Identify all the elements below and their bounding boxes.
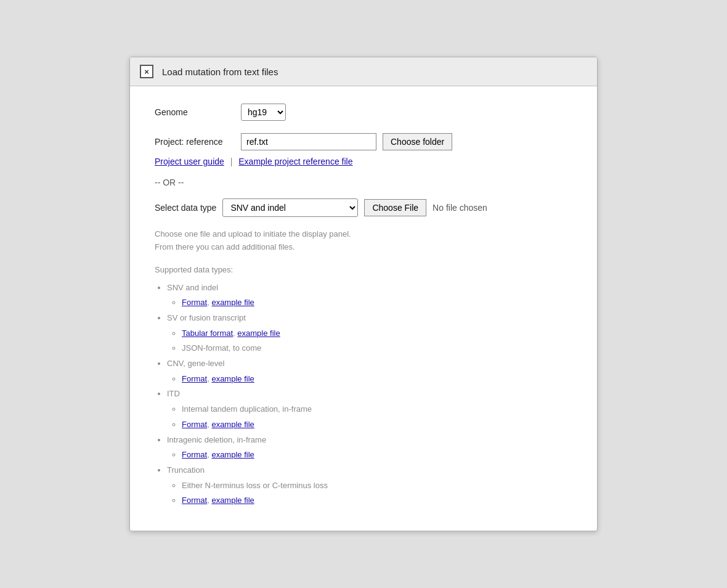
project-row: Project: reference Choose folder [155,133,572,150]
intragenic-example-link[interactable]: example file [211,450,254,459]
dialog-title: Load mutation from text files [162,67,278,77]
sv-json-text: JSON-format, to come [182,343,261,353]
description-line2: From there you can add additional files. [155,242,295,251]
list-item: Tabular format, example file [182,326,572,341]
project-user-guide-link[interactable]: Project user guide [155,157,224,166]
snv-format-link[interactable]: Format [182,298,207,307]
project-label: Project: reference [155,137,235,147]
data-type-select[interactable]: SNV and indel SV or fusion transcript CN… [222,198,358,217]
list-item: Format, example file [182,417,572,433]
list-item: ITD Internal tandem duplication, in-fram… [167,386,572,432]
item-name: SNV and indel [167,283,218,292]
list-item: Format, example file [182,493,572,508]
itd-desc-text: Internal tandem duplication, in-frame [182,404,312,414]
or-separator: -- OR -- [155,178,572,187]
list-item: Format, example file [182,295,572,311]
list-item: Format, example file [182,372,572,387]
item-name: Intragenic deletion, in-frame [167,435,266,444]
truncation-format-link[interactable]: Format [182,496,207,505]
close-button[interactable]: × [140,65,153,78]
list-item: Truncation Either N-terminus loss or C-t… [167,463,572,508]
sv-example-link[interactable]: example file [237,329,280,338]
supported-list: SNV and indel Format, example file SV or… [155,280,572,508]
list-item: Format, example file [182,447,572,463]
links-row: Project user guide | Example project ref… [155,157,572,166]
sv-tabular-link[interactable]: Tabular format [182,329,233,338]
list-item: Either N-terminus loss or C-terminus los… [182,478,572,494]
item-name: Truncation [167,465,205,475]
item-name: SV or fusion transcript [167,313,246,322]
itd-example-link[interactable]: example file [211,420,254,429]
no-file-chosen-text: No file chosen [433,203,487,213]
choose-folder-button[interactable]: Choose folder [383,133,452,150]
description-text: Choose one file and upload to initiate t… [155,228,572,254]
project-reference-input[interactable] [241,133,376,150]
link-separator: | [230,157,233,166]
truncation-desc-text: Either N-terminus loss or C-terminus los… [182,481,328,490]
supported-heading: Supported data types: [155,265,572,274]
genome-label: Genome [155,107,235,117]
genome-select[interactable]: hg19 hg38 mm10 [241,104,286,121]
dialog-container: × Load mutation from text files Genome h… [129,57,598,531]
list-item: JSON-format, to come [182,341,572,356]
snv-example-link[interactable]: example file [211,298,254,307]
data-type-row: Select data type SNV and indel SV or fus… [155,198,572,217]
list-item: Intragenic deletion, in-frame Format, ex… [167,433,572,463]
intragenic-format-link[interactable]: Format [182,450,207,459]
data-type-label: Select data type [155,203,216,213]
list-item: Internal tandem duplication, in-frame [182,402,572,417]
description-line1: Choose one file and upload to initiate t… [155,229,351,239]
item-name: CNV, gene-level [167,359,224,368]
list-item: SNV and indel Format, example file [167,280,572,311]
itd-format-link[interactable]: Format [182,420,207,429]
dialog-titlebar: × Load mutation from text files [130,57,597,86]
list-item: SV or fusion transcript Tabular format, … [167,311,572,356]
dialog-body: Genome hg19 hg38 mm10 Project: reference… [130,86,597,531]
cnv-format-link[interactable]: Format [182,374,207,383]
truncation-example-link[interactable]: example file [211,496,254,505]
genome-row: Genome hg19 hg38 mm10 [155,104,572,121]
example-project-reference-link[interactable]: Example project reference file [238,157,352,166]
item-name: ITD [167,389,180,398]
choose-file-button[interactable]: Choose File [364,199,426,216]
cnv-example-link[interactable]: example file [211,374,254,383]
list-item: CNV, gene-level Format, example file [167,356,572,386]
